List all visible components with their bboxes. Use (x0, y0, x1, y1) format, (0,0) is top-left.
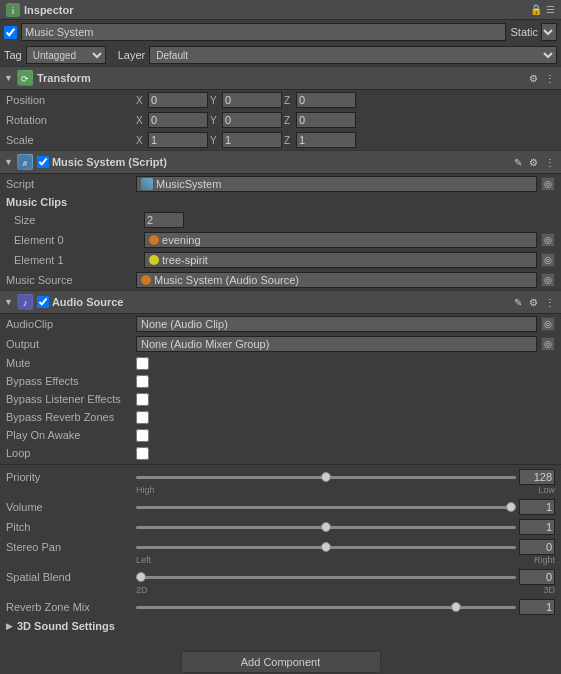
svg-text:♪: ♪ (23, 298, 28, 308)
pos-z-input[interactable] (296, 92, 356, 108)
sound-settings-label: 3D Sound Settings (17, 620, 147, 632)
priority-label: Priority (6, 471, 136, 483)
lock-icon[interactable]: 🔒 (530, 4, 542, 15)
audioclip-name: None (Audio Clip) (141, 318, 228, 330)
pos-x-label: X (136, 95, 146, 106)
volume-slider-row: Volume (0, 497, 561, 517)
play-on-awake-checkbox[interactable] (136, 429, 149, 442)
output-label: Output (6, 338, 136, 350)
priority-slider-row: Priority High Low (0, 467, 561, 497)
scale-x-input[interactable] (148, 132, 208, 148)
music-system-overflow-btn[interactable]: ⋮ (543, 157, 557, 168)
priority-hints: High Low (6, 485, 555, 495)
pos-y-label: Y (210, 95, 220, 106)
audio-source-overflow-btn[interactable]: ⋮ (543, 297, 557, 308)
priority-high-label: High (136, 485, 155, 495)
audio-source-enabled-checkbox[interactable] (37, 296, 49, 308)
rot-y-label: Y (210, 115, 220, 126)
element1-label: Element 1 (14, 254, 144, 266)
mute-checkbox[interactable] (136, 357, 149, 370)
pitch-label-row: Pitch (6, 519, 555, 535)
script-target-btn[interactable]: ◎ (541, 177, 555, 191)
go-active-checkbox[interactable] (4, 26, 17, 39)
bypass-reverb-checkbox[interactable] (136, 411, 149, 424)
transform-settings-btn[interactable]: ⚙ (527, 73, 540, 84)
audio-source-actions: ✎ ⚙ ⋮ (512, 297, 557, 308)
play-on-awake-row: Play On Awake (0, 426, 561, 444)
go-name-input[interactable] (21, 23, 506, 41)
music-system-title: Music System (Script) (52, 156, 167, 168)
title-bar: i Inspector 🔒 ☰ (0, 0, 561, 20)
sound-settings-arrow[interactable]: ▶ (6, 621, 13, 631)
music-system-settings-btn[interactable]: ⚙ (527, 157, 540, 168)
output-target-btn[interactable]: ◎ (541, 337, 555, 351)
transform-overflow-btn[interactable]: ⋮ (543, 73, 557, 84)
priority-slider[interactable] (136, 476, 516, 479)
bypass-listener-checkbox[interactable] (136, 393, 149, 406)
scale-x-label: X (136, 135, 146, 146)
stereo-pan-slider-container (136, 539, 555, 555)
volume-slider[interactable] (136, 506, 516, 509)
pos-x-input[interactable] (148, 92, 208, 108)
element1-target-btn[interactable]: ◎ (541, 253, 555, 267)
spatial-blend-value-input[interactable] (519, 569, 555, 585)
audio-source-fold-arrow[interactable]: ▼ (4, 297, 13, 307)
sound-settings-row: ▶ 3D Sound Settings (0, 617, 561, 635)
stereo-pan-value-input[interactable] (519, 539, 555, 555)
size-input[interactable] (144, 212, 184, 228)
stereo-pan-label: Stereo Pan (6, 541, 136, 553)
menu-icon[interactable]: ☰ (546, 4, 555, 15)
element0-target-btn[interactable]: ◎ (541, 233, 555, 247)
audioclip-row: AudioClip None (Audio Clip) ◎ (0, 314, 561, 334)
position-xyz: X Y Z (136, 92, 555, 108)
spatial-blend-slider-row: Spatial Blend 2D 3D (0, 567, 561, 597)
loop-label: Loop (6, 447, 136, 459)
music-system-fold-arrow[interactable]: ▼ (4, 157, 13, 167)
reverb-zone-value-input[interactable] (519, 599, 555, 615)
scale-y-input[interactable] (222, 132, 282, 148)
output-name: None (Audio Mixer Group) (141, 338, 269, 350)
music-source-target-btn[interactable]: ◎ (541, 273, 555, 287)
scale-label: Scale (6, 134, 136, 146)
loop-checkbox[interactable] (136, 447, 149, 460)
add-component-button[interactable]: Add Component (181, 651, 381, 673)
transform-header: ▼ ⟳ Transform ⚙ ⋮ (0, 66, 561, 90)
script-row: Script MusicSystem ◎ (0, 174, 561, 194)
tag-dropdown[interactable]: Untagged (26, 46, 106, 64)
stereo-pan-left-label: Left (136, 555, 151, 565)
title-text: Inspector (24, 4, 74, 16)
music-source-name: Music System (Audio Source) (154, 274, 299, 286)
size-label: Size (14, 214, 144, 226)
pitch-slider[interactable] (136, 526, 516, 529)
priority-value-input[interactable] (519, 469, 555, 485)
bypass-effects-checkbox[interactable] (136, 375, 149, 388)
audio-source-edit-btn[interactable]: ✎ (512, 297, 524, 308)
transform-fold-arrow[interactable]: ▼ (4, 73, 13, 83)
music-source-label: Music Source (6, 274, 136, 286)
rot-z-input[interactable] (296, 112, 356, 128)
music-system-icon: # (17, 154, 33, 170)
audioclip-target-btn[interactable]: ◎ (541, 317, 555, 331)
static-dropdown[interactable] (541, 23, 557, 41)
music-system-header: ▼ # Music System (Script) ✎ ⚙ ⋮ (0, 150, 561, 174)
spatial-blend-slider-container (136, 569, 555, 585)
audio-source-settings-btn[interactable]: ⚙ (527, 297, 540, 308)
stereo-pan-slider[interactable] (136, 546, 516, 549)
layer-dropdown[interactable]: Default (149, 46, 557, 64)
scale-z-input[interactable] (296, 132, 356, 148)
stereo-pan-slider-row: Stereo Pan Left Right (0, 537, 561, 567)
volume-value-input[interactable] (519, 499, 555, 515)
music-system-enabled-checkbox[interactable] (37, 156, 49, 168)
rot-x-input[interactable] (148, 112, 208, 128)
rot-y-input[interactable] (222, 112, 282, 128)
element1-value: tree-spirit ◎ (144, 252, 555, 268)
pos-y-input[interactable] (222, 92, 282, 108)
reverb-zone-slider[interactable] (136, 606, 516, 609)
script-value-container: MusicSystem ◎ (136, 176, 555, 192)
spatial-blend-hints: 2D 3D (6, 585, 555, 595)
spatial-blend-slider[interactable] (136, 576, 516, 579)
script-ref: MusicSystem (136, 176, 537, 192)
pitch-value-input[interactable] (519, 519, 555, 535)
music-system-edit-btn[interactable]: ✎ (512, 157, 524, 168)
rotation-label: Rotation (6, 114, 136, 126)
